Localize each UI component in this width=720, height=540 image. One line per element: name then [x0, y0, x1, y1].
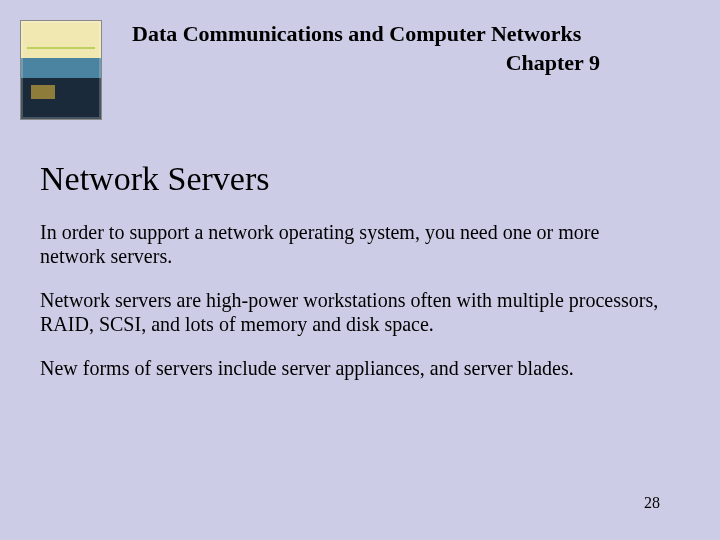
slide: Data Communications and Computer Network…	[0, 0, 720, 540]
page-number: 28	[644, 494, 660, 512]
header-text-block: Data Communications and Computer Network…	[132, 20, 680, 77]
header-title-line1: Data Communications and Computer Network…	[132, 20, 680, 49]
slide-body: In order to support a network operating …	[40, 220, 660, 400]
book-cover-thumbnail	[20, 20, 102, 120]
slide-title: Network Servers	[40, 160, 269, 198]
body-paragraph: Network servers are high-power workstati…	[40, 288, 660, 336]
slide-header: Data Communications and Computer Network…	[20, 20, 680, 120]
body-paragraph: In order to support a network operating …	[40, 220, 660, 268]
body-paragraph: New forms of servers include server appl…	[40, 356, 660, 380]
header-title-line2: Chapter 9	[132, 49, 680, 78]
